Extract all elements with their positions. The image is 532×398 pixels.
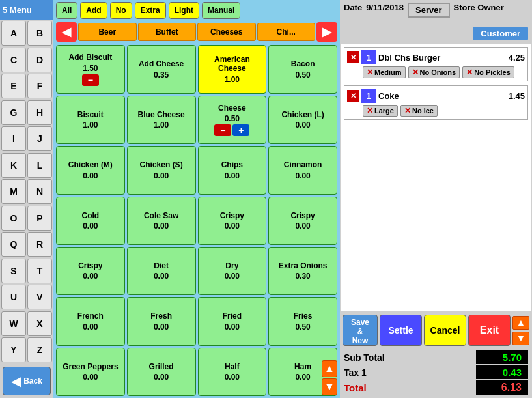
menu-item-12[interactable]: Cold0.00 [56,197,125,245]
scroll-down-button[interactable]: ▼ [322,378,337,395]
menu-item-21[interactable]: Fresh0.00 [127,297,196,345]
mod-label: Large [374,107,394,115]
menu-item-0[interactable]: Add Biscuit1.50− [56,45,125,94]
category-beer[interactable]: Beer [78,23,137,41]
item-name: Crispy [78,261,102,270]
filter-no-button[interactable]: No [110,2,132,19]
letter-btn-u[interactable]: U [1,285,26,309]
letter-btn-m[interactable]: M [1,179,26,204]
mod-btn[interactable]: ✕Medium [363,66,406,78]
menu-item-16[interactable]: Crispy0.00 [56,247,125,295]
item-name: Cinnamon [284,160,322,169]
back-button[interactable]: ◀ Back [3,367,51,395]
letter-btn-x[interactable]: X [27,311,52,336]
menu-item-24[interactable]: Green Peppers0.00 [56,348,125,396]
letter-btn-e[interactable]: E [1,74,26,98]
right-panel: Date 9/11/2018 Server Store Owner Custom… [340,0,532,398]
menu-item-25[interactable]: Grilled0.00 [127,348,196,396]
settle-button[interactable]: Settle [380,315,422,346]
menu-item-4[interactable]: Biscuit1.00 [56,96,125,145]
store-owner-label: Store Owner [454,3,504,12]
menu-item-11[interactable]: Cinnamon0.00 [268,146,337,194]
filter-all-button[interactable]: All [56,2,77,19]
filter-manual-button[interactable]: Manual [202,2,240,19]
mod-btn[interactable]: ✕No Pickles [462,66,514,78]
exit-button[interactable]: Exit [468,315,511,346]
server-button[interactable]: Server [408,3,449,18]
item-name: Blue Cheese [138,110,185,119]
item-name: Fresh [150,311,172,320]
order-item-remove-1[interactable]: ✕ [347,90,359,102]
category-chi[interactable]: Chi... [257,23,316,41]
menu-item-15[interactable]: Crispy0.00 [268,197,337,245]
item-name: Fries [294,311,313,320]
letter-btn-f[interactable]: F [27,74,52,98]
letter-btn-s[interactable]: S [1,259,26,283]
order-item-price-1: 1.45 [509,91,525,101]
letter-btn-z[interactable]: Z [27,337,52,362]
order-item-remove-0[interactable]: ✕ [347,51,359,63]
letter-btn-o[interactable]: O [1,206,26,231]
filter-add-button[interactable]: Add [80,2,107,19]
mod-btn[interactable]: ✕No Ice [400,105,438,117]
letter-btn-c[interactable]: C [1,48,26,72]
menu-item-7[interactable]: Chicken (L)0.00 [268,96,337,145]
mod-btn[interactable]: ✕No Onions [408,66,460,78]
category-right-arrow[interactable]: ▶ [316,22,337,42]
letter-btn-a[interactable]: A [1,21,26,46]
menu-item-8[interactable]: Chicken (M)0.00 [56,146,125,194]
menu-item-22[interactable]: Fried0.00 [198,297,267,345]
subtotal-row: Sub Total 5.70 [344,350,528,364]
item-price: 0.00 [83,322,98,332]
menu-item-19[interactable]: Extra Onions0.30 [268,247,337,295]
right-scroll-up[interactable]: ▲ [512,316,529,330]
order-item-0: ✕1Dbl Chs Burger4.25✕Medium✕No Onions✕No… [344,47,528,81]
category-left-arrow[interactable]: ◀ [56,22,77,42]
filter-extra-button[interactable]: Extra [135,2,166,19]
item-name: Cole Saw [144,211,178,220]
menu-item-6[interactable]: Cheese0.50−+ [198,96,267,145]
menu-item-17[interactable]: Diet0.00 [127,247,196,295]
letter-btn-h[interactable]: H [27,100,52,125]
menu-item-18[interactable]: Dry0.00 [198,247,267,295]
category-buffet[interactable]: Buffet [138,23,197,41]
letter-btn-y[interactable]: Y [1,337,26,362]
letter-btn-v[interactable]: V [27,285,52,309]
menu-item-2[interactable]: American Cheese1.00 [198,45,267,94]
letter-btn-p[interactable]: P [27,206,52,231]
menu-item-20[interactable]: French0.00 [56,297,125,345]
menu-item-13[interactable]: Cole Saw0.00 [127,197,196,245]
right-scroll-down[interactable]: ▼ [512,332,529,345]
mod-btn[interactable]: ✕Large [363,105,398,117]
menu-item-1[interactable]: Add Cheese0.35 [127,45,196,94]
item-minus-btn[interactable]: − [82,74,99,86]
cancel-button[interactable]: Cancel [424,315,466,346]
letter-btn-b[interactable]: B [27,21,52,46]
menu-item-23[interactable]: Fries0.50 [268,297,337,345]
letter-btn-g[interactable]: G [1,100,26,125]
item-minus-btn[interactable]: − [214,124,231,136]
filter-light-button[interactable]: Light [169,2,199,19]
order-item-price-0: 4.25 [509,53,525,63]
letter-btn-r[interactable]: R [27,232,52,257]
menu-item-5[interactable]: Blue Cheese1.00 [127,96,196,145]
scroll-up-button[interactable]: ▲ [322,360,337,377]
letter-btn-d[interactable]: D [27,48,52,72]
letter-btn-k[interactable]: K [1,153,26,178]
category-cheeses[interactable]: Cheeses [197,23,256,41]
menu-item-10[interactable]: Chips0.00 [198,146,267,194]
letter-btn-n[interactable]: N [27,179,52,204]
letter-btn-l[interactable]: L [27,153,52,178]
item-plus-btn[interactable]: + [232,124,249,136]
letter-btn-q[interactable]: Q [1,232,26,257]
letter-btn-i[interactable]: I [1,126,26,151]
menu-item-9[interactable]: Chicken (S)0.00 [127,146,196,194]
menu-item-26[interactable]: Half0.00 [198,348,267,396]
letter-btn-t[interactable]: T [27,259,52,283]
customer-button[interactable]: Customer [473,27,528,40]
menu-item-14[interactable]: Crispy0.00 [198,197,267,245]
letter-btn-j[interactable]: J [27,126,52,151]
save-new-button[interactable]: Save &New [343,315,378,346]
letter-btn-w[interactable]: W [1,311,26,336]
menu-item-3[interactable]: Bacon0.50 [268,45,337,94]
